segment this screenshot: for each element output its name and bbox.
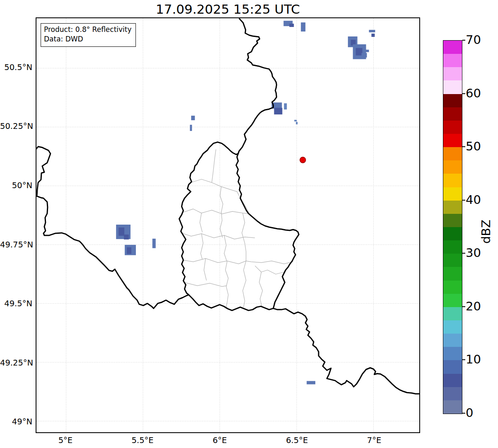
colorbar-tick-mark [462,93,465,94]
border-belgium-germany [238,19,277,154]
colorbar-segment [443,160,462,174]
radar-echo [356,48,363,56]
colorbar-segment [443,347,462,361]
xtick-label: 5.5°E [124,436,161,445]
ytick-label: 50.25°N [0,121,32,131]
colorbar-segment [443,280,462,294]
product-info-box: Product: 0.8° Reflectivity Data: DWD [41,23,136,47]
map-plot-area: Product: 0.8° Reflectivity Data: DWD [36,17,420,433]
colorbar-segment [443,334,462,347]
radar-echo [118,228,124,236]
radar-echo [274,108,283,114]
data-source-label: Data: DWD [44,34,132,44]
colorbar-segment [443,54,462,68]
colorbar-segment [443,174,462,187]
colorbar-tick-label: 60 [466,86,481,100]
colorbar-segment [443,320,462,334]
ytick-label: 49.5°N [0,299,32,308]
colorbar-tick-label: 30 [466,246,481,260]
colorbar-tick-label: 70 [466,33,481,47]
colorbar-segment [443,107,462,121]
xtick-label: 6°E [201,436,238,445]
colorbar-segment [443,360,462,374]
radar-echo [127,247,131,254]
ytick-label: 50°N [0,181,32,190]
xtick-label: 5°E [47,436,84,445]
plot-title: 17.09.2025 15:25 UTC [36,2,420,17]
product-label: Product: 0.8° Reflectivity [44,25,132,34]
colorbar-unit-label: dBZ [471,216,498,247]
country-borders [36,19,419,394]
colorbar-segment [443,387,462,400]
ytick-label: 49°N [0,417,32,426]
radar-echo [284,103,287,109]
colorbar-tick-mark [462,200,465,201]
radar-echo [307,381,315,384]
radar-echo [366,50,369,52]
radar-site-marker [300,157,306,163]
colorbar-tick-label: 50 [466,139,481,153]
radar-echo [296,122,297,124]
colorbar-segment [443,80,462,94]
radar-echo [301,22,305,31]
colorbar-segment [443,187,462,201]
xtick-label: 7°E [355,436,393,445]
colorbar-segment [443,67,462,81]
colorbar-segment [443,120,462,134]
border-belgium-france [36,147,189,308]
border-luxembourg [179,142,299,310]
colorbar-segment [443,293,462,307]
colorbar-tick-mark [462,146,465,147]
colorbar-tick-mark [462,40,465,41]
colorbar-tick-mark [462,306,465,307]
colorbar-tick-label: 20 [466,299,481,313]
xtick-label: 6.5°E [278,436,316,445]
colorbar-segment [443,254,462,267]
colorbar-segment [443,134,462,148]
radar-echo-layer [116,21,375,384]
colorbar-tick-mark [462,413,465,414]
colorbar-segment [443,373,462,387]
radar-echo [190,125,192,131]
colorbar-segment [443,94,462,107]
radar-figure: 17.09.2025 15:25 UTC [0,0,498,448]
radar-echo [372,34,375,37]
colorbar-tick-label: 10 [466,352,481,366]
colorbar-tick-mark [462,359,465,360]
radar-echo [362,53,367,58]
colorbar-segment [443,267,462,281]
colorbar-segment [443,400,462,414]
colorbar-segment [443,227,462,241]
map-canvas [36,18,419,432]
ytick-label: 49.75°N [0,240,32,249]
radar-echo [124,235,129,240]
reflectivity-colorbar [443,40,462,414]
colorbar-tick-label: 40 [466,192,481,206]
radar-echo [152,239,156,248]
colorbar-segment [443,240,462,254]
colorbar-segment [443,147,462,161]
colorbar-tick-mark [462,253,465,254]
ytick-label: 49.25°N [0,358,32,368]
colorbar-segment [443,200,462,214]
border-france-germany [273,308,419,394]
colorbar-segment [443,41,462,54]
radar-echo [191,116,195,120]
colorbar-segment [443,307,462,320]
radar-echo [289,24,294,27]
colorbar-segment [443,213,462,227]
radar-echo [294,120,297,121]
ytick-label: 50.5°N [0,63,32,72]
graticule-gridlines [36,18,419,432]
colorbar-tick-label: 0 [466,406,473,420]
radar-echo [369,30,375,32]
